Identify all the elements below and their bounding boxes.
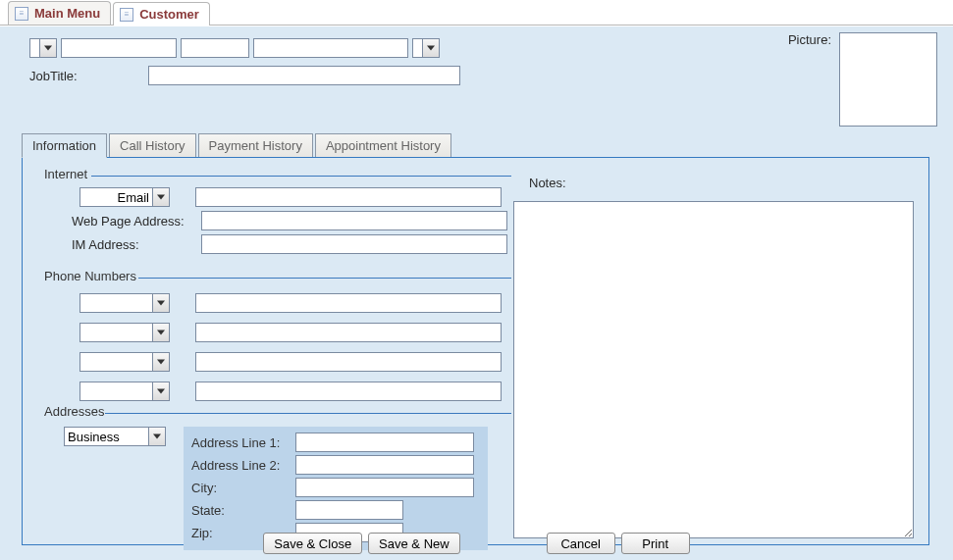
last-name-input[interactable] [253, 38, 408, 58]
web-label: Web Page Address: [72, 214, 193, 229]
phone-type-input[interactable] [79, 293, 152, 313]
cancel-label: Cancel [560, 536, 600, 551]
phone-type-input[interactable] [79, 323, 152, 342]
tab-call-history[interactable]: Call History [109, 133, 195, 158]
name-cluster [29, 38, 440, 58]
phone-row [79, 291, 502, 315]
suffix-combo[interactable] [412, 38, 440, 58]
tab-strip: Information Call History Payment History… [22, 132, 929, 157]
form-icon [15, 7, 28, 21]
tab-information[interactable]: Information [22, 133, 107, 158]
phone-row [79, 321, 502, 344]
internet-group: Internet Web Page Address: [36, 176, 511, 266]
tab-main-menu-label: Main Menu [34, 6, 100, 21]
phone-number-input[interactable] [195, 323, 502, 342]
suffix-input[interactable] [412, 38, 422, 58]
addr-line1-input[interactable] [295, 433, 474, 452]
phone-number-input[interactable] [195, 293, 502, 313]
chevron-down-icon[interactable] [152, 323, 170, 342]
first-name-input[interactable] [61, 38, 177, 58]
email-type-combo[interactable] [79, 187, 170, 207]
tab-information-label: Information [32, 138, 96, 153]
addr-state-label: State: [191, 503, 290, 518]
phone-number-input[interactable] [195, 352, 502, 372]
tab-customer-label: Customer [139, 7, 199, 22]
group-line [105, 413, 511, 414]
chevron-down-icon[interactable] [152, 187, 170, 207]
chevron-down-icon[interactable] [39, 38, 57, 58]
phone-type-input[interactable] [79, 382, 152, 401]
phone-type-combo[interactable] [79, 382, 170, 401]
customer-form: JobTitle: Picture: Information Call Hist… [0, 25, 953, 560]
im-label: IM Address: [72, 237, 193, 252]
web-input[interactable] [201, 211, 507, 230]
tab-call-history-label: Call History [120, 138, 185, 153]
picture-box[interactable] [839, 32, 937, 127]
prefix-input[interactable] [29, 38, 39, 58]
cancel-button[interactable]: Cancel [547, 533, 615, 554]
im-input[interactable] [201, 234, 507, 254]
print-button[interactable]: Print [621, 533, 690, 554]
internet-group-title: Internet [40, 167, 91, 181]
address-type-combo[interactable] [64, 427, 166, 446]
addresses-group-title: Addresses [40, 404, 108, 419]
phone-type-combo[interactable] [79, 293, 170, 313]
detail-tabs: Information Call History Payment History… [22, 132, 929, 545]
chevron-down-icon[interactable] [422, 38, 440, 58]
save-new-button[interactable]: Save & New [368, 533, 460, 554]
addr-city-label: City: [191, 481, 290, 495]
save-new-label: Save & New [379, 536, 450, 551]
phone-group: Phone Numbers [36, 278, 511, 395]
jobtitle-label: JobTitle: [29, 69, 78, 83]
tab-payment-history[interactable]: Payment History [198, 133, 313, 158]
address-type-input[interactable] [64, 427, 148, 446]
addr-line2-input[interactable] [295, 455, 474, 475]
spacer [466, 533, 541, 554]
addr-state-input[interactable] [295, 500, 403, 520]
chevron-down-icon[interactable] [152, 352, 170, 372]
email-type-input[interactable] [79, 187, 152, 207]
phone-type-input[interactable] [79, 352, 152, 372]
tab-customer[interactable]: Customer [113, 2, 210, 25]
picture-block: Picture: [788, 32, 937, 127]
tab-payment-history-label: Payment History [209, 138, 302, 153]
jobtitle-row: JobTitle: [29, 66, 460, 85]
picture-label: Picture: [788, 32, 831, 47]
group-line [91, 176, 511, 177]
jobtitle-input[interactable] [148, 66, 460, 85]
tab-appointment-history[interactable]: Appointment History [315, 133, 451, 158]
chevron-down-icon[interactable] [148, 427, 166, 446]
phone-group-title: Phone Numbers [40, 269, 140, 283]
chevron-down-icon[interactable] [152, 382, 170, 401]
group-line [138, 278, 511, 279]
tab-appointment-history-label: Appointment History [326, 138, 441, 153]
information-page: Internet Web Page Address: [22, 157, 929, 545]
notes-label: Notes: [529, 176, 566, 190]
phone-row [79, 350, 502, 374]
addresses-group: Addresses Address Line 1: Address Line 2… [36, 413, 511, 544]
phone-type-combo[interactable] [79, 323, 170, 342]
prefix-combo[interactable] [29, 38, 57, 58]
document-tab-bar: Main Menu Customer [0, 0, 953, 25]
chevron-down-icon[interactable] [152, 293, 170, 313]
phone-row [79, 380, 502, 403]
save-close-label: Save & Close [274, 536, 351, 551]
middle-name-input[interactable] [181, 38, 249, 58]
addr-line2-label: Address Line 2: [191, 458, 290, 473]
save-close-button[interactable]: Save & Close [263, 533, 362, 554]
notes-textarea[interactable] [513, 201, 914, 538]
tab-main-menu[interactable]: Main Menu [8, 1, 111, 25]
phone-number-input[interactable] [195, 382, 502, 401]
print-label: Print [642, 536, 668, 551]
email-input[interactable] [195, 187, 502, 207]
addr-city-input[interactable] [295, 478, 474, 497]
addr-line1-label: Address Line 1: [191, 435, 290, 450]
phone-type-combo[interactable] [79, 352, 170, 372]
button-bar: Save & Close Save & New Cancel Print [0, 533, 953, 554]
form-icon [120, 8, 133, 22]
